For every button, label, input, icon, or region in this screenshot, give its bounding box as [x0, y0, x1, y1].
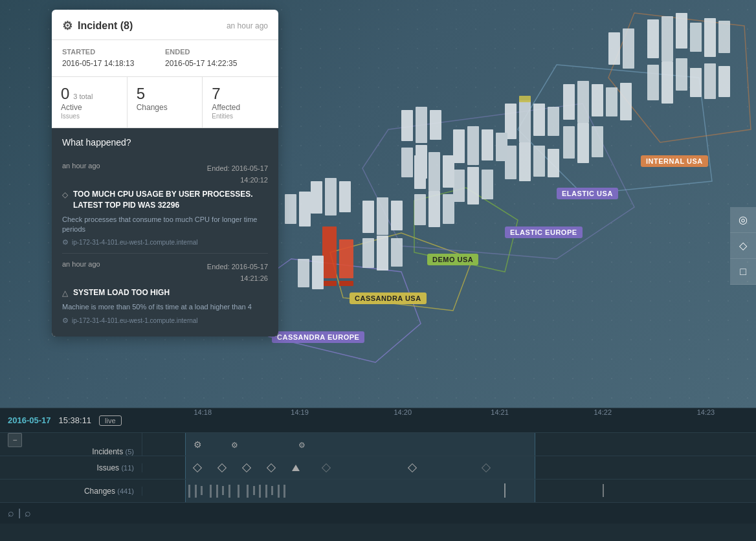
- issue-diamond-1[interactable]: [194, 465, 201, 471]
- tick-1419: 14:19: [291, 408, 309, 416]
- svg-rect-26: [620, 83, 632, 120]
- issue-diamond-4[interactable]: [268, 465, 274, 471]
- event-icon-1: ◇: [62, 190, 68, 199]
- square-icon-button[interactable]: □: [730, 259, 756, 285]
- search-icon-left: ⌕: [8, 507, 14, 519]
- svg-rect-67: [298, 259, 309, 287]
- issues-label: Issues (11): [0, 463, 142, 472]
- svg-rect-13: [718, 21, 730, 53]
- region-cassandra-usa: CASSANDRA USA: [350, 293, 427, 304]
- event-ended-label-1: Ended: 2016-05-17: [207, 164, 268, 172]
- svg-rect-20: [608, 32, 620, 65]
- event-header-2: an hour ago Ended: 2016-05-17 14:21:26: [62, 260, 268, 283]
- svg-rect-62: [311, 181, 322, 214]
- svg-rect-71: [430, 110, 441, 140]
- svg-rect-48: [443, 155, 454, 188]
- issues-count: (11): [121, 464, 134, 472]
- stat-active-badge: 3 total: [73, 93, 93, 100]
- event-item-cpu: an hour ago Ended: 2016-05-17 14:20:12 ◇…: [62, 155, 268, 254]
- issues-content[interactable]: [142, 456, 756, 479]
- started-meta: Started 2016-05-17 14:18:13: [62, 48, 165, 69]
- svg-rect-54: [391, 201, 403, 230]
- svg-rect-25: [606, 87, 617, 116]
- stat-changes: 5 Changes: [128, 77, 203, 127]
- tick-1422: 14:22: [594, 408, 612, 416]
- stat-affected-number: 7: [212, 85, 220, 103]
- host-icon-2: ⚙: [62, 316, 69, 325]
- timeline-time: 15:38:11: [59, 415, 92, 425]
- event-time-1: an hour ago: [62, 162, 100, 170]
- svg-rect-64: [339, 181, 351, 212]
- svg-rect-56: [377, 236, 388, 270]
- svg-rect-8: [647, 19, 659, 58]
- timeline-header: 2016-05-17 15:38:11 live 14:18 14:19 14:…: [0, 408, 756, 433]
- event-ended-label-2: Ended: 2016-05-17: [207, 263, 268, 270]
- svg-rect-49: [414, 194, 426, 225]
- svg-rect-12: [704, 18, 716, 57]
- timeline-drag-handle[interactable]: |: [18, 507, 21, 519]
- stat-changes-number: 5: [137, 85, 145, 103]
- event-host-1: ⚙ ip-172-31-4-101.eu-west-1.compute.inte…: [62, 238, 268, 247]
- svg-rect-28: [577, 123, 589, 163]
- svg-rect-57: [391, 238, 403, 267]
- event-row-2: △ SYSTEM LOAD TOO HIGH: [62, 287, 268, 298]
- issue-diamond-3[interactable]: [243, 465, 250, 471]
- ended-label: Ended: [165, 48, 268, 56]
- incident-marker-3[interactable]: ⚙: [298, 439, 306, 450]
- incident-marker-2[interactable]: ⚙: [231, 439, 238, 450]
- svg-rect-72: [401, 148, 413, 177]
- started-label: Started: [62, 48, 165, 56]
- svg-rect-33: [548, 107, 559, 136]
- region-elastic-usa: ELASTIC USA: [557, 188, 618, 199]
- svg-rect-51: [443, 194, 454, 224]
- stat-active-label2: Issues: [61, 113, 118, 120]
- issue-triangle-1[interactable]: [292, 465, 300, 471]
- issue-diamond-7[interactable]: [483, 465, 489, 471]
- svg-rect-44: [467, 167, 479, 204]
- issue-diamond-6[interactable]: [409, 465, 416, 471]
- diamond-icon-button[interactable]: ◇: [730, 233, 756, 259]
- stat-affected-label2: Entities: [212, 113, 269, 120]
- issue-diamond-5[interactable]: [323, 465, 329, 471]
- svg-rect-40: [467, 126, 479, 165]
- svg-rect-24: [592, 84, 603, 116]
- svg-rect-52: [362, 201, 374, 233]
- clock-icon-button[interactable]: ◎: [730, 207, 756, 233]
- what-happened-title: What happened?: [62, 137, 268, 148]
- tick-1420: 14:20: [394, 408, 412, 416]
- svg-rect-63: [325, 178, 337, 215]
- svg-rect-68: [312, 256, 324, 289]
- stat-active-label1: Active: [61, 103, 118, 112]
- svg-rect-21: [623, 28, 634, 69]
- svg-rect-69: [401, 110, 413, 141]
- event-title-2: SYSTEM LOAD TOO HIGH: [73, 287, 170, 298]
- incidents-collapse-button[interactable]: −: [8, 433, 22, 447]
- svg-rect-55: [362, 238, 374, 268]
- svg-rect-36: [533, 146, 545, 177]
- tick-1418: 14:18: [194, 408, 212, 416]
- incident-marker-1[interactable]: ⚙: [194, 439, 202, 450]
- issue-diamond-2[interactable]: [219, 465, 225, 471]
- svg-rect-16: [676, 58, 687, 91]
- svg-rect-22: [563, 84, 575, 120]
- issues-row: Issues (11): [0, 456, 756, 480]
- timeline-footer: ⌕ | ⌕: [0, 503, 756, 524]
- incident-icon: ⚙: [62, 19, 72, 33]
- region-cassandra-europe: CASSANDRA EUROPE: [272, 331, 364, 343]
- svg-rect-9: [662, 16, 673, 61]
- svg-rect-58: [322, 226, 337, 278]
- event-item-load: an hour ago Ended: 2016-05-17 14:21:26 △…: [62, 254, 268, 331]
- event-ended-time-2: 14:21:26: [240, 274, 268, 282]
- svg-rect-31: [519, 100, 531, 142]
- svg-rect-45: [482, 170, 493, 199]
- incidents-content[interactable]: ⚙ ⚙ ⚙: [142, 433, 756, 456]
- started-value: 2016-05-17 14:18:13: [62, 59, 134, 68]
- event-title-1: TOO MUCH CPU USAGE BY USER PROCESSES. LA…: [73, 189, 268, 211]
- svg-rect-59: [339, 239, 353, 278]
- changes-content[interactable]: [142, 480, 756, 502]
- event-icon-2: △: [62, 289, 68, 298]
- ended-value: 2016-05-17 14:22:35: [165, 59, 237, 68]
- event-host-2: ⚙ ip-172-31-4-101.eu-west-1.compute.inte…: [62, 316, 268, 325]
- host-text-2: ip-172-31-4-101.eu-west-1.compute.intern…: [72, 317, 198, 324]
- live-button[interactable]: live: [99, 415, 122, 426]
